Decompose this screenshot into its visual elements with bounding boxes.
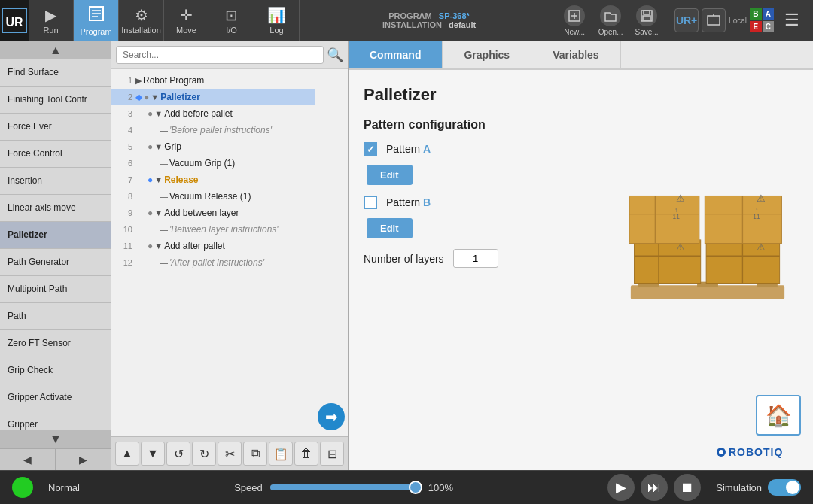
nav-io[interactable]: ⊡ I/O xyxy=(209,0,254,41)
svg-text:⚠: ⚠ xyxy=(757,241,766,253)
sidebar-item-palletizer[interactable]: Palletizer xyxy=(0,222,111,249)
nav-run-label: Run xyxy=(43,26,58,35)
new-icon xyxy=(564,5,585,26)
sidebar-item-gripper[interactable]: Gripper xyxy=(0,411,111,430)
sidebar-scroll-up[interactable]: ▲ xyxy=(0,41,111,59)
speed-slider-thumb xyxy=(409,481,422,494)
undo-button[interactable]: ↺ xyxy=(166,442,190,466)
sidebar-scroll-down[interactable]: ▼ xyxy=(0,430,111,448)
sidebar-item-find-surface[interactable]: Find Surface xyxy=(0,59,111,87)
ur-plus-button[interactable]: UR+ xyxy=(674,8,699,32)
sidebar-item-gripper-activate[interactable]: Gripper Activate xyxy=(0,384,111,411)
svg-rect-11 xyxy=(644,11,650,14)
main-area: ▲ Find Surface Finishing Tool Contr Forc… xyxy=(0,41,813,470)
play-button[interactable]: ▶ xyxy=(607,474,635,501)
tab-command[interactable]: Command xyxy=(349,41,443,68)
cut-button[interactable]: ✂ xyxy=(218,442,242,466)
sidebar-scroll-left[interactable]: ◀ xyxy=(0,449,56,470)
new-button[interactable]: New... xyxy=(559,5,590,36)
top-nav: ▶ Run Program ⚙ Installation ✛ Move ⊡ I/… xyxy=(29,0,300,41)
layers-input[interactable] xyxy=(453,249,498,268)
sidebar-item-finishing-tool-contr[interactable]: Finishing Tool Contr xyxy=(0,87,111,114)
tree-row[interactable]: 8 — Vacuum Release (1) xyxy=(111,188,315,205)
local-button[interactable] xyxy=(702,8,726,32)
pattern-b-edit-button[interactable]: Edit xyxy=(367,218,413,238)
sidebar-item-grip-check[interactable]: Grip Check xyxy=(0,357,111,384)
stop-button[interactable]: ⏹ xyxy=(674,474,701,501)
installation-line: INSTALLATION default xyxy=(382,20,476,29)
tree-row-palletizer[interactable]: 2 ◆ ● ▼ Palletizer xyxy=(111,89,315,105)
pattern-a-checkbox[interactable]: ✓ xyxy=(364,142,377,156)
program-line: PROGRAM SP-368* xyxy=(388,11,470,20)
tree-row[interactable]: 5 ● ▼ Grip xyxy=(111,138,315,155)
ur-logo: UR xyxy=(0,0,29,41)
menu-button[interactable]: ☰ xyxy=(777,11,807,30)
nav-log-label: Log xyxy=(269,26,283,35)
speed-label: Speed xyxy=(234,482,263,493)
skip-button[interactable]: ⏭ xyxy=(641,474,668,501)
speed-percent: 100% xyxy=(428,482,453,493)
tree-row[interactable]: 10 — 'Between layer instructions' xyxy=(111,221,315,238)
sidebar-scroll-right[interactable]: ▶ xyxy=(56,449,111,470)
tree-row[interactable]: 12 — 'After pallet instructions' xyxy=(111,254,315,271)
open-icon xyxy=(600,5,621,26)
open-button[interactable]: Open... xyxy=(595,5,626,36)
tree-row[interactable]: 3 ● ▼ Add before pallet xyxy=(111,105,315,122)
save-button[interactable]: Save... xyxy=(631,5,662,36)
goto-button[interactable]: ➡ xyxy=(318,403,345,430)
sidebar-item-multipoint-path[interactable]: Multipoint Path xyxy=(0,276,111,303)
search-icon[interactable]: 🔍 xyxy=(327,47,343,63)
panel-title: Palletizer xyxy=(364,85,587,105)
copy-button[interactable]: ⧉ xyxy=(243,442,267,466)
svg-rect-31 xyxy=(705,196,781,243)
program-tree: 1 ▶ Robot Program 2 ◆ ● ▼ Palletizer 3 ● xyxy=(111,69,315,436)
svg-text:ROBOTIQ: ROBOTIQ xyxy=(729,446,783,458)
sidebar-item-linear-axis-move[interactable]: Linear axis move xyxy=(0,195,111,222)
program-icon xyxy=(88,5,105,26)
tab-variables[interactable]: Variables xyxy=(531,41,621,68)
nav-io-label: I/O xyxy=(226,26,237,35)
status-indicator xyxy=(12,477,33,498)
pattern-a-edit-button[interactable]: Edit xyxy=(367,165,413,185)
redo-button[interactable]: ↻ xyxy=(192,442,216,466)
pattern-b-checkbox[interactable] xyxy=(364,196,377,209)
tree-row[interactable]: 9 ● ▼ Add between layer xyxy=(111,205,315,221)
move-down-button[interactable]: ▼ xyxy=(141,442,165,466)
nav-log[interactable]: 📊 Log xyxy=(254,0,300,41)
tab-graphics[interactable]: Graphics xyxy=(443,41,531,68)
simulation-label: Simulation xyxy=(716,482,762,493)
nav-program[interactable]: Program xyxy=(74,0,119,41)
search-input[interactable] xyxy=(116,46,324,64)
sidebar-item-force-control[interactable]: Force Control xyxy=(0,141,111,168)
sidebar: ▲ Find Surface Finishing Tool Contr Forc… xyxy=(0,41,111,470)
tree-row[interactable]: 11 ● ▼ Add after pallet xyxy=(111,238,315,254)
svg-text:UR: UR xyxy=(5,16,23,29)
suppress-button[interactable]: ⊟ xyxy=(320,442,344,466)
move-up-button[interactable]: ▲ xyxy=(115,442,139,466)
tree-row[interactable]: 7 ● ▼ Release xyxy=(111,172,315,188)
sidebar-item-path-generator[interactable]: Path Generator xyxy=(0,249,111,276)
nav-installation[interactable]: ⚙ Installation xyxy=(119,0,164,41)
simulation-toggle[interactable] xyxy=(768,479,801,496)
command-area: Palletizer Pattern configuration ✓ Patte… xyxy=(349,70,602,389)
svg-text:⚠: ⚠ xyxy=(676,241,685,253)
sidebar-item-force-ever[interactable]: Force Ever xyxy=(0,114,111,141)
sidebar-item-insertion[interactable]: Insertion xyxy=(0,168,111,195)
sidebar-item-zero-ft-sensor[interactable]: Zero FT Sensor xyxy=(0,330,111,357)
tree-row[interactable]: 6 — Vacuum Grip (1) xyxy=(111,155,315,172)
paste-button[interactable]: 📋 xyxy=(269,442,293,466)
sidebar-item-path[interactable]: Path xyxy=(0,303,111,330)
speed-slider[interactable] xyxy=(270,484,421,490)
home-button[interactable]: 🏠 xyxy=(756,395,801,436)
panel-content: Palletizer Pattern configuration ✓ Patte… xyxy=(349,70,813,389)
nav-move[interactable]: ✛ Move xyxy=(164,0,209,41)
status-badge[interactable]: B A E C xyxy=(750,8,774,32)
svg-text:⚠: ⚠ xyxy=(676,193,685,204)
tree-row[interactable]: 1 ▶ Robot Program xyxy=(111,72,315,89)
nav-run[interactable]: ▶ Run xyxy=(29,0,74,41)
move-icon: ✛ xyxy=(180,6,193,24)
layers-row: Number of layers xyxy=(364,249,587,268)
tree-row[interactable]: 4 — 'Before pallet instructions' xyxy=(111,122,315,138)
pattern-a-label: Pattern A xyxy=(386,143,431,155)
delete-button[interactable]: 🗑 xyxy=(294,442,318,466)
